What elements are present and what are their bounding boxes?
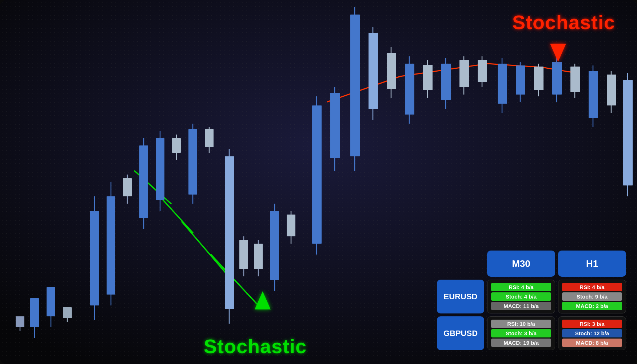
gbpusd-h1-cell: RSI: 3 b/a Stoch: 12 b/a MACD: 8 b/a (558, 316, 626, 350)
timeframe-h1[interactable]: H1 (558, 251, 626, 277)
svg-rect-62 (459, 60, 469, 87)
svg-rect-26 (139, 145, 148, 218)
info-panel: M30 H1 EURUSD RSI: 4 b/a Stoch: 4 b/a MA… (437, 251, 626, 353)
gbpusd-m30-cell: RSI: 10 b/a Stoch: 3 b/a MACD: 19 b/a (487, 316, 555, 350)
stochastic-red-label: Stochastic (512, 11, 615, 33)
eurusd-m30-rsi: RSI: 4 b/a (491, 283, 551, 291)
svg-rect-20 (90, 211, 99, 305)
svg-rect-74 (570, 67, 580, 92)
svg-rect-54 (387, 53, 396, 89)
gbpusd-m30-stoch: Stoch: 3 b/a (491, 329, 551, 337)
gbpusd-row: GBPUSD RSI: 10 b/a Stoch: 3 b/a MACD: 19… (437, 316, 626, 350)
svg-rect-46 (312, 105, 322, 244)
svg-rect-24 (123, 178, 132, 196)
svg-rect-40 (254, 244, 263, 269)
gbpusd-h1-stoch: Stoch: 12 b/a (562, 329, 622, 337)
svg-rect-80 (623, 80, 633, 185)
gbpusd-label: GBPUSD (437, 316, 484, 350)
svg-rect-76 (589, 71, 598, 118)
svg-rect-16 (47, 287, 55, 316)
svg-rect-44 (287, 215, 295, 236)
timeframe-header-row: M30 H1 (437, 251, 626, 277)
svg-rect-32 (188, 129, 197, 195)
stochastic-green-label: Stochastic (204, 335, 307, 357)
svg-rect-48 (330, 93, 340, 158)
svg-rect-66 (498, 64, 507, 104)
eurusd-m30-macd: MACD: 11 b/a (491, 302, 551, 310)
svg-rect-52 (369, 33, 378, 109)
svg-rect-78 (607, 75, 616, 105)
eurusd-h1-stoch: Stoch: 9 b/a (562, 292, 622, 301)
gbpusd-m30-macd: MACD: 19 b/a (491, 339, 551, 347)
eurusd-m30-stoch: Stoch: 4 b/a (491, 292, 551, 301)
chart-container: Stochastic Stochastic M30 H1 EURUSD RSI:… (0, 0, 637, 364)
svg-rect-56 (405, 64, 414, 115)
eurusd-m30-cell: RSI: 4 b/a Stoch: 4 b/a MACD: 11 b/a (487, 280, 555, 313)
stochastic-arrow-up (255, 291, 271, 309)
svg-rect-36 (225, 156, 234, 309)
eurusd-h1-cell: RSI: 4 b/a Stoch: 9 b/a MACD: 2 b/a (558, 280, 626, 313)
eurusd-label: EURUSD (437, 280, 484, 313)
svg-rect-72 (552, 62, 562, 95)
svg-rect-14 (30, 298, 39, 327)
gbpusd-h1-rsi: RSI: 3 b/a (562, 320, 622, 328)
svg-rect-34 (205, 129, 214, 147)
gbpusd-m30-rsi: RSI: 10 b/a (491, 320, 551, 328)
timeframe-m30[interactable]: M30 (487, 251, 555, 277)
svg-rect-70 (534, 67, 544, 90)
svg-rect-30 (172, 138, 181, 153)
svg-rect-38 (239, 240, 248, 269)
svg-rect-68 (516, 65, 525, 95)
svg-rect-58 (423, 65, 433, 90)
eurusd-h1-rsi: RSI: 4 b/a (562, 283, 622, 291)
gbpusd-h1-macd: MACD: 8 b/a (562, 339, 622, 347)
svg-rect-12 (16, 316, 24, 327)
eurusd-h1-macd: MACD: 2 b/a (562, 302, 622, 310)
svg-rect-28 (156, 138, 164, 200)
svg-rect-18 (63, 307, 72, 318)
svg-rect-60 (441, 64, 451, 100)
svg-rect-22 (107, 196, 115, 295)
svg-rect-64 (478, 60, 487, 82)
stochastic-arrow-down (550, 44, 566, 62)
svg-rect-50 (350, 15, 360, 156)
svg-rect-42 (270, 211, 279, 280)
eurusd-row: EURUSD RSI: 4 b/a Stoch: 4 b/a MACD: 11 … (437, 280, 626, 313)
